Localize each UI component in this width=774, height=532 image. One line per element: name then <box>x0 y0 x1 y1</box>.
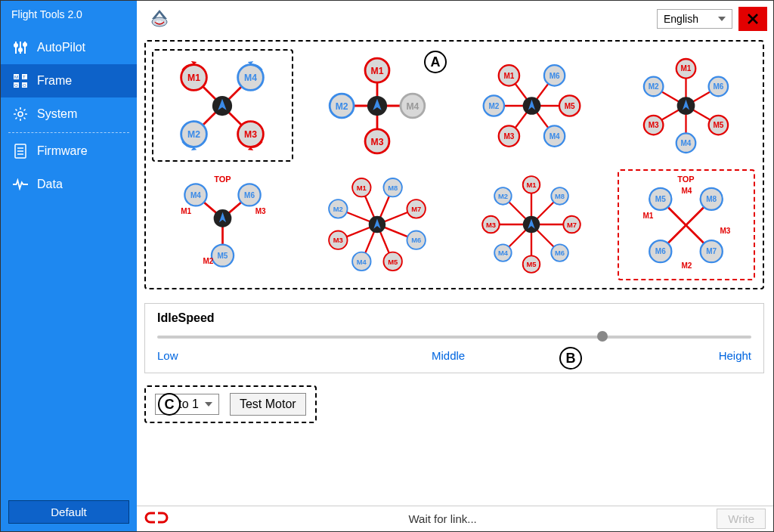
octo-x-icon: M1 M8 M2 M7 M3 M6 M4 M5 <box>317 166 438 283</box>
slider-thumb[interactable] <box>597 331 608 342</box>
write-button[interactable]: Write <box>717 509 766 529</box>
svg-point-5 <box>23 43 26 46</box>
svg-text:M1: M1 <box>370 65 383 76</box>
marker-b: B <box>559 347 582 370</box>
frame-octo-plus[interactable]: M1 M2 M8 M3 M7 M4 M6 M5 <box>460 166 604 283</box>
svg-text:M3: M3 <box>370 136 383 147</box>
svg-text:TOP: TOP <box>214 175 231 184</box>
svg-text:M5: M5 <box>388 258 398 266</box>
frame-selection-box: M1 M4 M2 M3 M1 <box>144 40 764 289</box>
svg-text:M2: M2 <box>498 192 508 200</box>
default-button[interactable]: Default <box>8 500 129 524</box>
test-motor-button[interactable]: Test Motor <box>230 393 306 416</box>
svg-text:M2: M2 <box>335 101 348 111</box>
idle-middle-label: Middle <box>432 349 465 362</box>
svg-text:M1: M1 <box>527 181 537 189</box>
svg-text:M1: M1 <box>503 71 514 79</box>
sidebar-item-label: Frame <box>37 74 72 88</box>
svg-text:M3: M3 <box>486 221 496 229</box>
svg-text:M4: M4 <box>190 190 201 199</box>
language-select[interactable]: English <box>657 9 732 29</box>
status-bar: Wait for link... Write <box>137 506 773 531</box>
svg-text:M8: M8 <box>555 192 565 200</box>
sidebar-item-label: Firmware <box>37 144 88 158</box>
frame-octo-x[interactable]: M1 M8 M2 M7 M3 M6 M4 M5 <box>305 166 450 283</box>
header: English <box>137 1 773 37</box>
nav-divider <box>8 132 129 133</box>
sidebar-item-autopilot[interactable]: AutoPilot <box>1 31 137 64</box>
language-value: English <box>664 13 698 25</box>
chevron-down-icon <box>205 402 212 407</box>
svg-text:M5: M5 <box>714 121 724 129</box>
svg-text:M5: M5 <box>217 251 228 259</box>
svg-text:M: M <box>14 75 18 79</box>
svg-text:M6: M6 <box>549 71 559 79</box>
frame-quad-plus[interactable]: M1 M2 M4 M3 <box>305 48 450 163</box>
svg-text:M4: M4 <box>681 138 692 147</box>
frame-hex-plus[interactable]: M1 M2 M6 M3 M5 M4 <box>615 48 759 163</box>
svg-text:M5: M5 <box>564 101 574 110</box>
marker-c: C <box>158 393 181 416</box>
svg-text:M6: M6 <box>555 249 565 257</box>
svg-text:M3: M3 <box>333 236 343 244</box>
sidebar-item-data[interactable]: Data <box>1 168 137 201</box>
svg-text:M1: M1 <box>357 184 367 192</box>
svg-text:M3: M3 <box>503 131 514 140</box>
svg-point-14 <box>18 112 23 116</box>
svg-point-4 <box>19 48 22 51</box>
idle-speed-panel: IdleSpeed Low Middle Height B <box>144 303 764 373</box>
svg-text:M2: M2 <box>333 205 343 213</box>
sidebar-item-label: System <box>37 107 77 121</box>
motor-test-box: Moto 1 Test Motor C <box>144 385 317 423</box>
svg-text:O: O <box>23 83 26 88</box>
hex-x-icon: M1 M6 M2 M5 M3 M4 <box>473 49 590 162</box>
frame-x8[interactable]: TOP M5 M8 M1M4M3 M6 M7 M2 <box>615 166 759 283</box>
svg-text:M8: M8 <box>388 184 398 192</box>
svg-text:M1: M1 <box>181 207 191 215</box>
grid-icon: MTOO <box>13 73 28 88</box>
svg-text:M5: M5 <box>527 260 537 268</box>
sidebar-item-label: AutoPilot <box>37 41 85 54</box>
sidebar-item-system[interactable]: System <box>1 97 137 131</box>
svg-text:M7: M7 <box>567 221 577 229</box>
close-button[interactable] <box>738 7 767 31</box>
idle-title: IdleSpeed <box>157 311 751 325</box>
quad-plus-icon: M1 M2 M4 M3 <box>320 49 434 162</box>
svg-text:M4: M4 <box>498 249 509 257</box>
idle-high-label: Height <box>719 349 751 362</box>
idle-low-label: Low <box>157 349 178 362</box>
document-icon <box>13 144 28 159</box>
sidebar: Flight Tools 2.0 AutoPilot MTOO Frame Sy… <box>1 1 137 531</box>
gear-icon <box>13 107 28 122</box>
svg-text:M3: M3 <box>255 207 265 215</box>
sidebar-item-frame[interactable]: MTOO Frame <box>1 64 137 97</box>
svg-text:M1: M1 <box>681 64 692 73</box>
app-title: Flight Tools 2.0 <box>1 1 137 31</box>
svg-text:M2: M2 <box>203 257 213 265</box>
close-icon <box>746 12 760 26</box>
svg-text:M4: M4 <box>549 131 559 140</box>
svg-text:M6: M6 <box>411 236 421 244</box>
chevron-down-icon <box>718 17 726 21</box>
link-icon <box>144 510 169 528</box>
y6-icon: TOP M4 M6 M1M3 M5 M2 <box>164 169 281 282</box>
frame-quad-x[interactable]: M1 M4 M2 M3 <box>150 48 295 163</box>
svg-text:T: T <box>23 75 26 79</box>
frame-y6[interactable]: TOP M4 M6 M1M3 M5 M2 <box>150 166 295 283</box>
sidebar-item-firmware[interactable]: Firmware <box>1 135 137 168</box>
pulse-icon <box>13 177 28 192</box>
sidebar-item-label: Data <box>37 178 63 191</box>
svg-text:M4: M4 <box>406 101 419 111</box>
svg-text:O: O <box>14 83 18 88</box>
status-text: Wait for link... <box>176 512 709 525</box>
svg-text:M4: M4 <box>357 258 367 266</box>
svg-point-3 <box>14 44 17 47</box>
svg-text:M2: M2 <box>649 82 659 91</box>
idle-slider[interactable] <box>157 334 751 340</box>
svg-text:M2: M2 <box>488 101 499 110</box>
octo-plus-icon: M1 M2 M8 M3 M7 M4 M6 M5 <box>471 166 592 283</box>
frame-hex-x[interactable]: M1 M6 M2 M5 M3 M4 <box>460 48 604 163</box>
shark-logo-icon <box>146 8 173 29</box>
svg-text:M6: M6 <box>714 82 724 91</box>
sliders-icon <box>13 40 28 55</box>
